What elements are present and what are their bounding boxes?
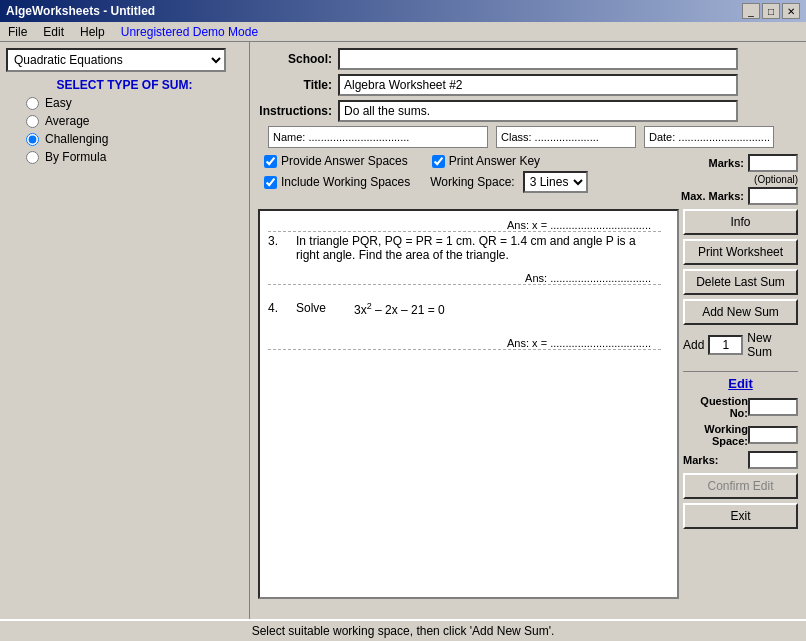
add-label: Add	[683, 338, 704, 352]
radio-easy[interactable]: Easy	[26, 96, 243, 110]
school-row: School:	[258, 48, 798, 70]
edit-section: Edit Question No: Working Space: Marks: …	[683, 371, 798, 529]
title-row: Title:	[258, 74, 798, 96]
worksheet-scroll[interactable]: Ans: x = ...............................…	[260, 211, 677, 597]
title-input[interactable]	[338, 74, 738, 96]
q4-ans-line: Ans: x = ...............................…	[268, 337, 661, 350]
add-count-input[interactable]	[708, 335, 743, 355]
confirm-edit-button[interactable]: Confirm Edit	[683, 473, 798, 499]
print-answer-key-label: Print Answer Key	[449, 154, 540, 168]
exit-button[interactable]: Exit	[683, 503, 798, 529]
include-working-label: Include Working Spaces	[281, 175, 410, 189]
answer-spaces-checkbox[interactable]	[264, 155, 277, 168]
minimize-button[interactable]: _	[742, 3, 760, 19]
name-input[interactable]	[268, 126, 488, 148]
working-space-label: Working Space:	[430, 175, 515, 189]
answer-spaces-label: Provide Answer Spaces	[281, 154, 408, 168]
edit-marks-row: Marks:	[683, 451, 798, 469]
print-worksheet-button[interactable]: Print Worksheet	[683, 239, 798, 265]
side-buttons-panel: Info Print Worksheet Delete Last Sum Add…	[683, 209, 798, 599]
print-answer-key-checkbox-label[interactable]: Print Answer Key	[432, 154, 540, 168]
add-new-sum-button[interactable]: Add New Sum	[683, 299, 798, 325]
left-panel: Quadratic Equations Linear Equations Sim…	[0, 42, 250, 619]
q4-num: 4.	[268, 301, 288, 317]
question-4: 4. Solve 3x2 – 2x – 21 = 0 Ans: x = ....…	[268, 301, 661, 350]
right-panel: School: Title: Instructions: P	[250, 42, 806, 619]
select-type-label: SELECT TYPE OF SUM:	[6, 78, 243, 92]
marks-label: Marks:	[709, 157, 744, 169]
class-input[interactable]	[496, 126, 636, 148]
prev-ans-line: Ans: x = ...............................…	[268, 219, 661, 232]
instructions-label: Instructions:	[258, 104, 338, 118]
edit-question-no-row: Question No:	[683, 395, 798, 419]
unregistered-label: Unregistered Demo Mode	[117, 23, 262, 41]
school-input[interactable]	[338, 48, 738, 70]
q3-content: In triangle PQR, PQ = PR = 1 cm. QR = 1.…	[296, 234, 661, 262]
maximize-button[interactable]: □	[762, 3, 780, 19]
q3-ans-line: Ans: .................................	[268, 272, 661, 285]
content-area: Ans: x = ...............................…	[258, 209, 798, 599]
edit-question-no-input[interactable]	[748, 398, 798, 416]
q4-verb: Solve	[296, 301, 326, 317]
school-label: School:	[258, 52, 338, 66]
sum-type-radio-group: Easy Average Challenging By Formula	[6, 96, 243, 164]
max-marks-label: Max. Marks:	[681, 190, 744, 202]
sum-type-dropdown[interactable]: Quadratic Equations Linear Equations Sim…	[6, 48, 226, 72]
radio-by-formula[interactable]: By Formula	[26, 150, 243, 164]
edit-title: Edit	[683, 376, 798, 391]
include-working-checkbox[interactable]	[264, 176, 277, 189]
edit-working-space-input[interactable]	[748, 426, 798, 444]
status-text: Select suitable working space, then clic…	[252, 624, 555, 638]
menu-bar: File Edit Help Unregistered Demo Mode	[0, 22, 806, 42]
print-answer-key-checkbox[interactable]	[432, 155, 445, 168]
edit-working-space-label: Working Space:	[683, 423, 748, 447]
radio-average[interactable]: Average	[26, 114, 243, 128]
q4-text: 4. Solve 3x2 – 2x – 21 = 0	[268, 301, 661, 317]
date-input[interactable]	[644, 126, 774, 148]
window-title: AlgeWorksheets - Untitled	[6, 4, 155, 18]
marks-optional: (Optional)	[754, 174, 798, 185]
menu-help[interactable]: Help	[76, 24, 109, 40]
instructions-row: Instructions:	[258, 100, 798, 122]
new-sum-label: New Sum	[747, 331, 798, 359]
title-bar: AlgeWorksheets - Untitled _ □ ✕	[0, 0, 806, 22]
main-content: Quadratic Equations Linear Equations Sim…	[0, 42, 806, 619]
menu-edit[interactable]: Edit	[39, 24, 68, 40]
menu-file[interactable]: File	[4, 24, 31, 40]
q4-equation: 3x2 – 2x – 21 = 0	[354, 301, 445, 317]
q3-num: 3.	[268, 234, 288, 262]
instructions-input[interactable]	[338, 100, 738, 122]
question-3: 3. In triangle PQR, PQ = PR = 1 cm. QR =…	[268, 234, 661, 285]
status-bar: Select suitable working space, then clic…	[0, 619, 806, 641]
edit-marks-input[interactable]	[748, 451, 798, 469]
edit-working-space-row: Working Space:	[683, 423, 798, 447]
working-space-select[interactable]: 1 Line 2 Lines 3 Lines 4 Lines	[523, 171, 588, 193]
close-button[interactable]: ✕	[782, 3, 800, 19]
radio-challenging[interactable]: Challenging	[26, 132, 243, 146]
answer-spaces-checkbox-label[interactable]: Provide Answer Spaces	[264, 154, 408, 168]
include-working-checkbox-label[interactable]: Include Working Spaces	[264, 175, 410, 189]
title-label: Title:	[258, 78, 338, 92]
name-class-date-row	[268, 126, 798, 148]
q3-text: 3. In triangle PQR, PQ = PR = 1 cm. QR =…	[268, 234, 661, 262]
add-row: Add New Sum	[683, 331, 798, 359]
delete-last-sum-button[interactable]: Delete Last Sum	[683, 269, 798, 295]
window-controls: _ □ ✕	[742, 3, 800, 19]
max-marks-input[interactable]	[748, 187, 798, 205]
marks-input[interactable]	[748, 154, 798, 172]
worksheet-content: Ans: x = ...............................…	[268, 219, 661, 350]
edit-marks-label: Marks:	[683, 454, 718, 466]
worksheet-preview: Ans: x = ...............................…	[258, 209, 679, 599]
edit-question-no-label: Question No:	[683, 395, 748, 419]
info-button[interactable]: Info	[683, 209, 798, 235]
